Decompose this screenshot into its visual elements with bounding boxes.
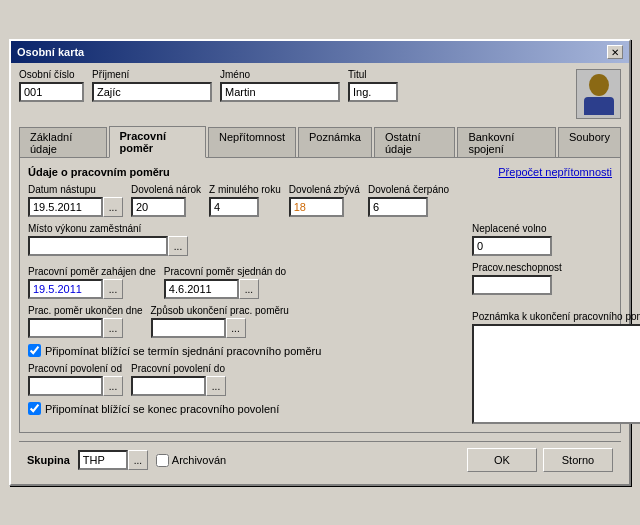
pp-od-input[interactable] bbox=[28, 376, 103, 396]
tab-bankovni-spojeni[interactable]: Bankovní spojení bbox=[457, 127, 556, 159]
checkbox2-row: Připomínat blížící se konec pracovního p… bbox=[28, 402, 464, 415]
pp-od-inner: ... bbox=[28, 376, 123, 396]
pp-ukoncen-input[interactable] bbox=[28, 318, 103, 338]
avatar-head bbox=[589, 74, 609, 96]
pp-do-inner: ... bbox=[131, 376, 226, 396]
jmeno-input[interactable] bbox=[220, 82, 340, 102]
pp-ukoncen-btn[interactable]: ... bbox=[103, 318, 123, 338]
ok-button[interactable]: OK bbox=[467, 448, 537, 472]
pp-zahajen-inner: ... bbox=[28, 279, 156, 299]
tab-ostatni-udaje[interactable]: Ostatní údaje bbox=[374, 127, 455, 159]
skupina-btn[interactable]: ... bbox=[128, 450, 148, 470]
checkbox2-label: Připomínat blížící se konec pracovního p… bbox=[45, 403, 279, 415]
zpusob-ukonceni-field: Způsob ukončení prac. poměru ... bbox=[151, 305, 289, 338]
misto-vykonu-label: Místo výkonu zaměstnání bbox=[28, 223, 464, 234]
footer-buttons: OK Storno bbox=[467, 448, 613, 472]
pp-row: Pracovní poměr zahájen dne ... Pracovní … bbox=[28, 266, 464, 299]
zpusob-ukonceni-inner: ... bbox=[151, 318, 289, 338]
dovolena-cerpano-label: Dovolená čerpáno bbox=[368, 184, 449, 195]
main-window: Osobní karta ✕ Osobní číslo Příjmení Jmé… bbox=[9, 39, 631, 486]
jmeno-field: Jméno bbox=[220, 69, 340, 102]
dovolena-zbyva-field: Dovolená zbývá bbox=[289, 184, 360, 217]
poznamka-textarea[interactable] bbox=[472, 324, 640, 424]
pp-sjednan-inner: ... bbox=[164, 279, 286, 299]
middle-section: Místo výkonu zaměstnání ... Pracovní pom… bbox=[28, 223, 612, 424]
dovolena-cerpano-field: Dovolená čerpáno bbox=[368, 184, 449, 217]
row-dovolena: Datum nástupu ... Dovolená nárok Z minul… bbox=[28, 184, 612, 217]
neplacene-volno-input[interactable] bbox=[472, 236, 552, 256]
pp-do-field: Pracovní povolení do ... bbox=[131, 363, 226, 396]
left-mid: Místo výkonu zaměstnání ... Pracovní pom… bbox=[28, 223, 464, 424]
pp-ukonceni-row: Prac. poměr ukončen dne ... Způsob ukonč… bbox=[28, 305, 464, 338]
archivovan-check: Archivován bbox=[156, 454, 226, 467]
titlebar: Osobní karta ✕ bbox=[11, 41, 629, 63]
window-body: Osobní číslo Příjmení Jméno Titul bbox=[11, 63, 629, 484]
prepocet-nepritomnosti-link[interactable]: Přepočet nepřítomnosti bbox=[498, 166, 612, 178]
pp-sjednan-label: Pracovní poměr sjednán do bbox=[164, 266, 286, 277]
prijmeni-field: Příjmení bbox=[92, 69, 212, 102]
dovolena-narok-field: Dovolená nárok bbox=[131, 184, 201, 217]
pp-ukoncen-label: Prac. poměr ukončen dne bbox=[28, 305, 143, 316]
dovolena-narok-input[interactable] bbox=[131, 197, 186, 217]
datum-nastupu-input[interactable] bbox=[28, 197, 103, 217]
close-button[interactable]: ✕ bbox=[607, 45, 623, 59]
titul-input[interactable] bbox=[348, 82, 398, 102]
avatar-body bbox=[584, 97, 614, 115]
dovolena-cerpano-input[interactable] bbox=[368, 197, 428, 217]
pp-povoleni-row: Pracovní povolení od ... Pracovní povole… bbox=[28, 363, 464, 396]
misto-vykonu-field: Místo výkonu zaměstnání ... bbox=[28, 223, 464, 256]
datum-nastupu-field: Datum nástupu ... bbox=[28, 184, 123, 217]
titul-field: Titul bbox=[348, 69, 398, 102]
misto-vykonu-input[interactable] bbox=[28, 236, 168, 256]
pp-sjednan-btn[interactable]: ... bbox=[239, 279, 259, 299]
z-minuleho-roku-label: Z minulého roku bbox=[209, 184, 281, 195]
dovolena-zbyva-input[interactable] bbox=[289, 197, 344, 217]
zpusob-ukonceni-btn[interactable]: ... bbox=[226, 318, 246, 338]
tab-poznamka[interactable]: Poznámka bbox=[298, 127, 372, 159]
z-minuleho-roku-input[interactable] bbox=[209, 197, 259, 217]
pp-sjednan-input[interactable] bbox=[164, 279, 239, 299]
pp-od-field: Pracovní povolení od ... bbox=[28, 363, 123, 396]
pp-od-label: Pracovní povolení od bbox=[28, 363, 123, 374]
pracov-neschopnost-field: Pracov.neschopnost bbox=[472, 262, 612, 295]
pracov-neschopnost-input[interactable] bbox=[472, 275, 552, 295]
datum-nastupu-inner: ... bbox=[28, 197, 123, 217]
poznamka-field: Poznámka k ukončení pracovního poměru bbox=[472, 311, 612, 424]
tab-nepritomnost[interactable]: Nepřítomnost bbox=[208, 127, 296, 159]
storno-button[interactable]: Storno bbox=[543, 448, 613, 472]
neplacene-volno-field: Neplacené volno bbox=[472, 223, 612, 256]
pracov-neschopnost-label: Pracov.neschopnost bbox=[472, 262, 612, 273]
zpusob-ukonceni-input[interactable] bbox=[151, 318, 226, 338]
pp-sjednan-field: Pracovní poměr sjednán do ... bbox=[164, 266, 286, 299]
dovolena-narok-label: Dovolená nárok bbox=[131, 184, 201, 195]
skupina-input[interactable] bbox=[78, 450, 128, 470]
osobni-cislo-input[interactable] bbox=[19, 82, 84, 102]
poznamka-label: Poznámka k ukončení pracovního poměru bbox=[472, 311, 612, 322]
skupina-field-inner: ... bbox=[78, 450, 148, 470]
misto-vykonu-btn[interactable]: ... bbox=[168, 236, 188, 256]
window-title: Osobní karta bbox=[17, 46, 84, 58]
tab-zakladni-udaje[interactable]: Základní údaje bbox=[19, 127, 107, 159]
panel-pracovni-pomer: Údaje o pracovním poměru Přepočet nepřít… bbox=[19, 157, 621, 433]
misto-vykonu-inner: ... bbox=[28, 236, 464, 256]
checkbox1-label: Připomínat blížící se termín sjednání pr… bbox=[45, 345, 321, 357]
archivovan-label: Archivován bbox=[172, 454, 226, 466]
archivovan-checkbox[interactable] bbox=[156, 454, 169, 467]
avatar-figure bbox=[581, 72, 616, 117]
pp-zahajen-btn[interactable]: ... bbox=[103, 279, 123, 299]
checkbox1-input[interactable] bbox=[28, 344, 41, 357]
tab-pracovni-pomer[interactable]: Pracovní poměr bbox=[109, 126, 206, 158]
jmeno-label: Jméno bbox=[220, 69, 340, 80]
checkbox2-input[interactable] bbox=[28, 402, 41, 415]
pp-od-btn[interactable]: ... bbox=[103, 376, 123, 396]
prijmeni-input[interactable] bbox=[92, 82, 212, 102]
pp-ukoncen-inner: ... bbox=[28, 318, 143, 338]
footer-row: Skupina ... Archivován OK Storno bbox=[19, 441, 621, 478]
pp-zahajen-input[interactable] bbox=[28, 279, 103, 299]
dovolena-zbyva-label: Dovolená zbývá bbox=[289, 184, 360, 195]
pp-do-input[interactable] bbox=[131, 376, 206, 396]
datum-nastupu-btn[interactable]: ... bbox=[103, 197, 123, 217]
tab-soubory[interactable]: Soubory bbox=[558, 127, 621, 159]
pp-do-btn[interactable]: ... bbox=[206, 376, 226, 396]
pp-zahajen-field: Pracovní poměr zahájen dne ... bbox=[28, 266, 156, 299]
